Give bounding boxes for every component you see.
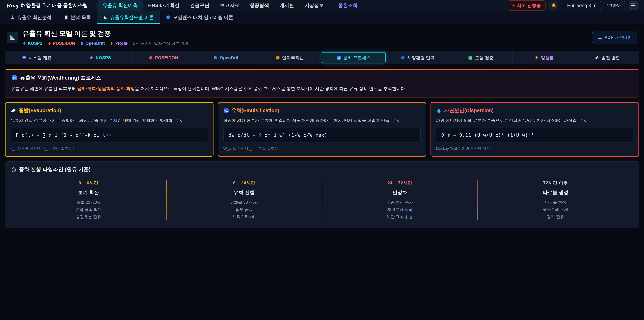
tab-weathering-process[interactable]: 풍화 프로세스 [322, 52, 386, 64]
top-right-cluster: 사고 진행중 Eunjeong Kim 로그아웃 [508, 0, 638, 11]
timeline-stage-2: 6 ~ 24시간 유화 진행 유화율 50~70% 점도 급증 체적 1.5~4… [166, 180, 322, 220]
subtab-label: 유출유 확산분석 [17, 14, 52, 21]
formula-block: D_r = 0.11·(U_w+U_c)²·(1+U_w)⁻¹ [436, 128, 634, 142]
timeline-stage-4: 72시간 이후 타르볼 생성 타르볼 형성 생물분해 우세 장기 잔류 [478, 180, 633, 220]
laptop-icon [22, 55, 26, 60]
logo-wordmark: Wing [6, 2, 18, 9]
page-subtitle: 라그랑지안 입자추적 이론 기반 [133, 41, 188, 46]
process-cards-row: 증발(Evaporation) 유류의 경질 성분이 대기로 증발하는 과정. … [5, 102, 639, 157]
nav-emergency-rescue[interactable]: 긴급구난 [186, 0, 214, 11]
tab-ensemble[interactable]: 앙상블 [512, 51, 576, 64]
weathering-description: 유출유는 해면에 유출된 직후부터 물리·화학·생물학적 풍화 과정을 거쳐 지… [11, 86, 633, 92]
stage-items: 증발 20~30% 유막 급속 확대 중질유분 잔류 [11, 199, 166, 220]
subtab-analysis-list[interactable]: 분석 목록 [58, 11, 97, 24]
tab-model-validation[interactable]: 모델 검증 [449, 51, 512, 64]
rocket-icon [594, 55, 599, 60]
user-name: Eunjeong Kim [567, 3, 596, 8]
tab-poseidon[interactable]: POSEIDON [132, 51, 195, 64]
subtab-oil-fence-algorithm[interactable]: 오일펜스 배치 알고리즘 이론 [160, 11, 239, 24]
nav-integrated-search[interactable]: 통합조회 [332, 0, 362, 11]
hamburger-icon [631, 4, 636, 4]
logout-button[interactable]: 로그아웃 [600, 1, 625, 10]
bell-icon [551, 3, 556, 8]
diamond-icon [89, 55, 94, 60]
subtab-label: 오일펜스 배치 알고리즘 이론 [173, 14, 233, 21]
notifications-button[interactable] [549, 1, 558, 10]
timeline-title: 풍화 진행 타임라인 (원유 기준) [11, 166, 633, 173]
subtab-diffusion-model-theory[interactable]: 유출유확산모델 이론 [97, 11, 160, 24]
stage-phase: 타르볼 생성 [478, 189, 633, 196]
cycle-icon [11, 75, 17, 81]
card-title: 증발(Evaporation) [10, 107, 208, 114]
stage-phase: 안정화 [322, 189, 478, 196]
stopwatch-icon [11, 167, 16, 172]
tab-system-overview[interactable]: 시스템 개요 [5, 51, 68, 64]
tab-future-direction[interactable]: 발전 방향 [576, 51, 639, 64]
card-description: 파랑에 의해 해수가 유류에 혼입되어 점도가 크게 증가하는 현상. 방제 작… [224, 118, 421, 123]
card-description: 파랑 에너지에 의해 유류가 수중으로 분산되어 유막 두께가 감소하는 과정입… [436, 118, 634, 123]
tab-particle-tracking[interactable]: 입자추적법 [258, 51, 321, 64]
tab-kosps[interactable]: KOSPS [68, 51, 132, 64]
badge-poseidon: POSEIDON [48, 41, 75, 46]
incident-status-label: 사고 진행중 [517, 3, 541, 9]
page-title: 유출유 확산 모델 이론 및 검증 [22, 29, 188, 38]
formula-block: dW_c/dt = K_em·U_w²·(1-W_c/W_max) [224, 128, 421, 142]
main-nav: 유출유 확산예측 HNS·대기확산 긴급구난 보고자료 항공탐색 게시판 기상정… [98, 0, 362, 11]
gradient-top-border [5, 69, 639, 70]
sub-nav: 유출유 확산분석 분석 목록 유출유확산모델 이론 오일펜스 배치 알고리즘 이… [0, 11, 644, 24]
tab-opendrift[interactable]: OpenDrift [195, 51, 258, 64]
red-ellipse-icon [48, 42, 51, 45]
lightning-icon [110, 42, 114, 45]
page-title-group: 유출유 확산 모델 이론 및 검증 KOSPS POSEIDON OpenDri… [22, 29, 188, 46]
lightning-icon [534, 55, 539, 60]
pdf-export-button[interactable]: PDF 내보내기 [592, 32, 637, 44]
tab-marine-environment-input[interactable]: 해양환경 입력 [386, 51, 449, 64]
menu-button[interactable] [628, 1, 638, 10]
triangle-ruler-icon [103, 15, 108, 20]
stage-phase: 유화 진행 [166, 189, 322, 196]
cyclone-icon [400, 55, 405, 60]
timeline-stage-1: 0 ~ 6시간 초기 확산 증발 20~30% 유막 급속 확대 중질유분 잔류 [11, 180, 166, 220]
flask-icon [10, 15, 15, 20]
card-emulsification: 유화(Emulsification) 파랑에 의해 해수가 유류에 혼입되어 점… [218, 102, 426, 157]
formula-note: x_i: 성분별 몰분율 / k_ei: 증발 속도상수 [10, 146, 208, 151]
status-dot-icon [512, 4, 515, 7]
timeline-stages: 0 ~ 6시간 초기 확산 증발 20~30% 유막 급속 확대 중질유분 잔류… [11, 180, 633, 220]
nav-board[interactable]: 게시판 [275, 0, 298, 11]
nav-oil-spill-prediction[interactable]: 유출유 확산예측 [98, 0, 142, 11]
incident-status-badge: 사고 진행중 [508, 0, 546, 11]
subtab-label: 분석 목록 [71, 14, 91, 21]
subtab-label: 유출유확산모델 이론 [110, 14, 154, 21]
compass-icon [276, 55, 280, 60]
red-ellipse-icon [148, 55, 153, 60]
triangle-ruler-icon [9, 34, 16, 41]
download-tray-icon [598, 35, 602, 40]
stage-phase: 초기 확산 [11, 189, 166, 196]
subtab-spill-analysis[interactable]: 유출유 확산분석 [4, 11, 58, 24]
weathering-section: 유출유 풍화(Weathering) 프로세스 유출유는 해면에 유출된 직후부… [5, 69, 639, 98]
pdf-export-label: PDF 내보내기 [604, 35, 632, 41]
stage-items: 수중 분산 증가 자연분해 시작 해안 표착 위험 [322, 199, 478, 220]
card-title: 자연분산(Dispersion) [436, 107, 634, 114]
app-title: 해양환경 위기대응 통합시스템 [21, 2, 88, 9]
nav-weather-info[interactable]: 기상정보 [300, 0, 328, 11]
nav-hns-air-diffusion[interactable]: HNS·대기확산 [144, 0, 184, 11]
section-tab-strip: 시스템 개요 KOSPS POSEIDON OpenDrift 입자추적법 풍화… [5, 51, 639, 64]
model-badge-row: KOSPS POSEIDON OpenDrift 앙상블 라그랑지안 입자추적 … [22, 41, 188, 46]
formula-note: Mackay 경험식 기반 분산율 계산 [436, 146, 634, 151]
nav-reports[interactable]: 보고자료 [215, 0, 244, 11]
weathering-section-title: 유출유 풍화(Weathering) 프로세스 [11, 74, 633, 81]
card-description: 유류의 경질 성분이 대기로 증발하는 과정. 유출 초기 수시간 내에 가장 … [10, 118, 208, 123]
stage-period: 72시간 이후 [478, 180, 633, 186]
diamond-icon [22, 42, 26, 45]
nav-aerial-search[interactable]: 항공탐색 [245, 0, 273, 11]
evaporation-icon [10, 108, 16, 113]
card-evaporation: 증발(Evaporation) 유류의 경질 성분이 대기로 증발하는 과정. … [5, 102, 214, 157]
badge-kosps: KOSPS [22, 41, 42, 46]
stage-period: 0 ~ 6시간 [11, 180, 166, 186]
top-nav: Wing 해양환경 위기대응 통합시스템 유출유 확산예측 HNS·대기확산 긴… [0, 0, 644, 11]
cycle-icon [336, 55, 341, 60]
card-title: 유화(Emulsification) [224, 107, 421, 114]
stage-period: 6 ~ 24시간 [166, 180, 322, 186]
weathering-highlight: 물리·화학·생물학적 풍화 과정 [77, 86, 135, 91]
